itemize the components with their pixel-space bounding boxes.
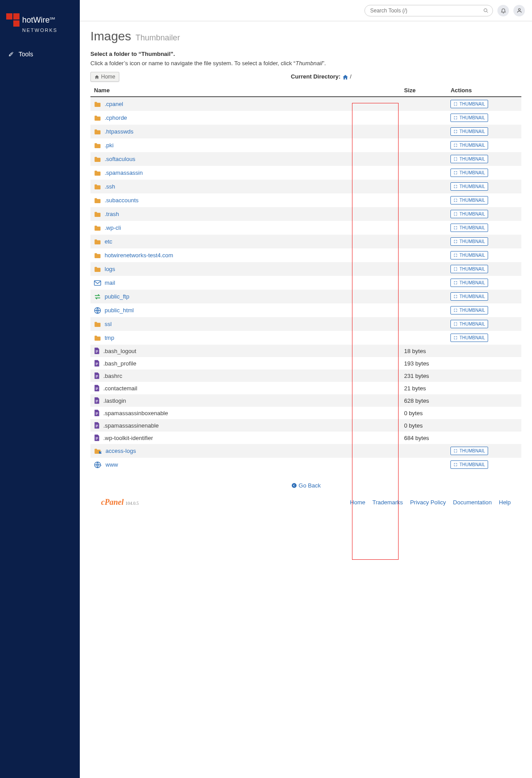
row-icon[interactable] (94, 142, 101, 149)
row-actions: THUMBNAIL (447, 235, 496, 248)
home-link-icon[interactable] (342, 74, 348, 80)
row-name-label[interactable]: .cpanel (105, 101, 123, 107)
row-icon[interactable] (94, 115, 101, 121)
thumbnail-icon (454, 295, 458, 299)
row-actions (447, 369, 496, 382)
thumbnail-button[interactable]: THUMBNAIL (450, 141, 488, 149)
thumbnail-button[interactable]: THUMBNAIL (450, 182, 488, 191)
thumbnail-button[interactable]: THUMBNAIL (450, 155, 488, 163)
th-size: Size (400, 84, 447, 97)
row-name-label[interactable]: .spamassassin (105, 169, 143, 176)
row-icon[interactable] (94, 170, 101, 176)
row-actions: THUMBNAIL (447, 303, 496, 317)
thumbnail-button[interactable]: THUMBNAIL (450, 279, 488, 287)
row-icon[interactable] (94, 294, 101, 299)
thumbnail-button[interactable]: THUMBNAIL (450, 127, 488, 136)
row-name-label[interactable]: etc (105, 238, 112, 245)
thumbnail-button[interactable]: THUMBNAIL (450, 224, 488, 232)
table-row: .bash_logout 18 bytes (90, 345, 521, 357)
thumbnail-button[interactable]: THUMBNAIL (450, 114, 488, 122)
row-size (400, 276, 447, 290)
row-name-label[interactable]: .pki (105, 142, 113, 149)
thumbnail-button[interactable]: THUMBNAIL (450, 237, 488, 246)
th-name: Name (90, 84, 400, 97)
thumbnail-button[interactable]: THUMBNAIL (450, 169, 488, 177)
row-name-label[interactable]: logs (105, 266, 115, 272)
row-name-label[interactable]: ssl (105, 321, 112, 327)
row-icon[interactable] (94, 156, 101, 162)
row-icon[interactable] (94, 266, 101, 272)
row-name-label[interactable]: mail (105, 279, 115, 286)
row-icon[interactable] (94, 239, 101, 245)
row-name-label[interactable]: .wp-cli (105, 224, 121, 231)
thumbnail-button[interactable]: THUMBNAIL (450, 460, 488, 469)
row-name-label[interactable]: .trash (105, 211, 119, 217)
thumbnail-button[interactable]: THUMBNAIL (450, 334, 488, 342)
row-icon[interactable] (94, 321, 101, 327)
row-icon[interactable] (94, 225, 101, 231)
go-back-label: Go Back (299, 482, 321, 489)
row-name-label[interactable]: hotwirenetworks-test4.com (105, 252, 173, 259)
row-name-label: .bash_logout (103, 348, 136, 354)
row-name-label[interactable]: .subaccounts (105, 197, 139, 204)
thumbnail-button[interactable]: THUMBNAIL (450, 292, 488, 301)
row-size (400, 262, 447, 276)
thumbnail-button[interactable]: THUMBNAIL (450, 196, 488, 204)
row-icon[interactable] (94, 335, 101, 341)
row-icon (94, 360, 100, 367)
home-button[interactable]: Home (90, 72, 119, 82)
search-input[interactable] (364, 5, 493, 16)
folder-icon (94, 129, 101, 135)
go-back-link[interactable]: Go Back (90, 482, 521, 489)
thumbnail-button[interactable]: THUMBNAIL (450, 210, 488, 218)
row-icon[interactable] (94, 211, 101, 217)
footer-link[interactable]: Trademarks (372, 499, 403, 506)
nav-tools[interactable]: Tools (0, 46, 80, 62)
folder-icon (94, 115, 101, 121)
row-name-label[interactable]: .softaculous (105, 156, 135, 162)
row-icon[interactable] (94, 448, 102, 454)
row-name-label[interactable]: .ssh (105, 183, 115, 190)
row-icon[interactable] (94, 184, 101, 190)
row-name-label[interactable]: public_html (105, 307, 134, 314)
row-icon[interactable] (94, 101, 101, 107)
footer-link[interactable]: Help (499, 499, 511, 506)
row-size (400, 317, 447, 331)
table-row: hotwirenetworks-test4.com THUMBNAIL (90, 248, 521, 262)
thumbnail-button[interactable]: THUMBNAIL (450, 320, 488, 328)
row-name-label: .bashrc (103, 373, 122, 379)
table-row: .subaccounts THUMBNAIL (90, 193, 521, 207)
row-name-label[interactable]: .cphorde (105, 114, 127, 121)
row-name-label[interactable]: .htpasswds (105, 128, 133, 135)
footer-link[interactable]: Privacy Policy (410, 499, 446, 506)
row-name-label[interactable]: tmp (105, 334, 114, 341)
thumbnail-button[interactable]: THUMBNAIL (450, 100, 488, 108)
thumbnail-button[interactable]: THUMBNAIL (450, 251, 488, 259)
back-icon (291, 483, 297, 488)
row-size: 684 bytes (400, 432, 447, 444)
row-size (400, 207, 447, 221)
row-icon[interactable] (94, 129, 101, 135)
row-actions: THUMBNAIL (447, 331, 496, 345)
row-name-label[interactable]: access-logs (106, 448, 136, 454)
row-name-label[interactable]: www (106, 461, 118, 468)
footer-link[interactable]: Documentation (453, 499, 492, 506)
row-icon[interactable] (94, 461, 102, 468)
row-icon[interactable] (94, 197, 101, 204)
row-name-label[interactable]: public_ftp (105, 293, 129, 300)
row-icon[interactable] (94, 307, 101, 314)
row-icon[interactable] (94, 280, 101, 286)
table-row: .softaculous THUMBNAIL (90, 152, 521, 166)
footer-link[interactable]: Home (350, 499, 365, 506)
thumbnail-button[interactable]: THUMBNAIL (450, 306, 488, 314)
account-button[interactable] (513, 5, 525, 16)
thumbnail-button[interactable]: THUMBNAIL (450, 265, 488, 273)
row-icon[interactable] (94, 252, 101, 259)
notifications-button[interactable] (497, 5, 509, 16)
thumbnail-icon (454, 308, 458, 312)
row-size: 0 bytes (400, 407, 447, 419)
thumbnail-button[interactable]: THUMBNAIL (450, 447, 488, 455)
table-row: .trash THUMBNAIL (90, 207, 521, 221)
table-row: .bash_profile 193 bytes (90, 357, 521, 369)
table-row: .wp-toolkit-identifier 684 bytes (90, 432, 521, 444)
